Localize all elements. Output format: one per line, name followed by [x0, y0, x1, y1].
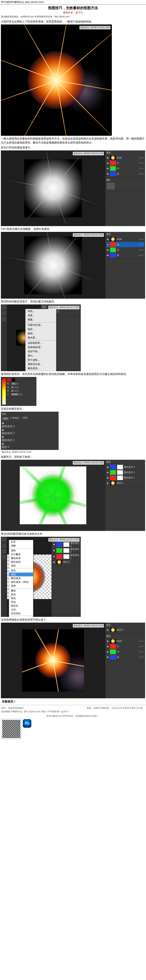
layer-name[interactable]: 图层 0 — [117, 482, 144, 485]
visibility-toggle-icon[interactable]: ◉ — [106, 172, 109, 175]
visibility-toggle-icon[interactable]: ◉ — [53, 549, 55, 552]
blend-mode-item[interactable]: 差值 — [9, 616, 33, 617]
blend-mode-item[interactable]: 深色 — [9, 564, 33, 568]
swatch-red[interactable] — [7, 378, 11, 382]
menu-item[interactable]: 纯色... — [25, 309, 56, 313]
layer-row[interactable]: ◉颜色填充 3 — [2, 422, 58, 428]
layer-row[interactable]: ◉颜色填充 2 — [106, 470, 144, 475]
visibility-toggle-icon[interactable]: ◉ — [106, 645, 109, 648]
blend-mode-item[interactable]: 叠加 — [9, 589, 33, 593]
visibility-toggle-icon[interactable]: ◉ — [2, 442, 58, 445]
color-ramp[interactable] — [2, 378, 6, 405]
layer-name[interactable]: 图层 0 — [53, 310, 80, 313]
visibility-toggle-icon[interactable]: ◉ — [106, 482, 109, 484]
menu-item[interactable]: 曲线... — [25, 331, 56, 336]
layer-row[interactable]: ◉颜色填充 2 — [2, 428, 58, 435]
visibility-toggle-icon[interactable]: ◉ — [106, 640, 109, 643]
channel-row-蓝[interactable]: ◉蓝Ctrl+5 — [106, 253, 144, 258]
menu-item[interactable]: 通道混合器... — [25, 362, 56, 366]
visibility-toggle-icon[interactable]: ◉ — [2, 435, 58, 438]
blend-mode-item[interactable]: 颜色加深 — [9, 556, 33, 560]
layer-name[interactable]: 图层 0 — [63, 560, 80, 564]
swatch-black[interactable] — [12, 378, 15, 382]
layer-name[interactable]: 颜色填充 2 — [124, 471, 144, 474]
channel-row-绿[interactable]: ◉绿Ctrl+4 — [106, 166, 144, 171]
menu-item[interactable]: 图案... — [25, 318, 56, 322]
layer-name[interactable]: 颜色填充 3 — [124, 466, 144, 469]
visibility-toggle-icon[interactable]: ◉ — [106, 466, 109, 468]
new-fill-context-menu[interactable]: 纯色...渐变...图案... 亮度/对比度...色阶...曲线...曝光度..… — [25, 309, 57, 371]
layer-name[interactable]: 颜色填充 1 — [124, 476, 144, 479]
visibility-toggle-icon[interactable]: ◉ — [53, 561, 55, 563]
visibility-toggle-icon[interactable]: ◉ — [53, 543, 55, 546]
blend-mode-item[interactable]: 正片叠底 — [9, 552, 33, 556]
layer-row[interactable]: ◉颜色填充 1 — [106, 475, 144, 480]
properties-tab[interactable]: 属性 — [106, 178, 144, 181]
layer-row[interactable]: ◉颜色填充 3 — [106, 465, 144, 470]
visibility-toggle-icon[interactable]: ◉ — [2, 422, 58, 425]
blend-mode-item[interactable]: 变亮 — [9, 569, 33, 573]
blend-mode-menu[interactable]: 正常溶解变暗正片叠底颜色加深线性加深深色变亮滤色颜色减淡线性减淡（添加）浅色叠加… — [9, 540, 33, 617]
channel-row-RGB[interactable]: ◉RGBCtrl+2 — [106, 155, 144, 161]
input-b[interactable] — [11, 390, 19, 392]
visibility-toggle-icon[interactable]: ◉ — [53, 555, 55, 558]
layer-row[interactable]: ◉图层 0 — [53, 559, 80, 565]
channel-row-蓝[interactable]: ◉蓝Ctrl+5 — [106, 654, 144, 660]
channel-row-RGB[interactable]: ◉RGBCtrl+2 — [106, 638, 144, 644]
visibility-toggle-icon[interactable]: ◉ — [106, 254, 109, 256]
channel-row-绿[interactable]: ◉绿Ctrl+4 — [106, 649, 144, 654]
layer-name[interactable]: 图层 0 — [117, 628, 144, 632]
layer-row[interactable]: ◉颜色填充 3 — [53, 541, 80, 547]
menu-item[interactable]: 照片滤镜... — [25, 358, 56, 362]
layer-row[interactable]: ◉图层 0 — [2, 442, 58, 449]
layer-name[interactable]: 颜色填充 2 — [2, 432, 15, 435]
visibility-toggle-icon[interactable]: ◉ — [106, 476, 109, 479]
layers-tab[interactable]: 图层 — [106, 461, 144, 464]
input-hex[interactable] — [11, 393, 23, 396]
menu-item[interactable]: 曝光度... — [25, 336, 56, 340]
blend-mode-item[interactable]: 柔光 — [9, 593, 33, 597]
blend-mode-item[interactable]: 线性减淡（添加） — [9, 580, 33, 584]
menu-item[interactable]: 黑白... — [25, 353, 56, 358]
blend-mode-item[interactable]: 线性加深 — [9, 560, 33, 564]
channel-row-红[interactable]: ◉红Ctrl+3 — [106, 242, 144, 247]
visibility-toggle-icon[interactable]: ◉ — [106, 156, 109, 159]
channel-row-红[interactable]: ◉红Ctrl+3 — [106, 644, 144, 649]
channel-row-绿[interactable]: ◉绿Ctrl+4 — [106, 247, 144, 253]
blend-mode-item[interactable]: 实色混合 — [9, 611, 33, 615]
visibility-toggle-icon[interactable]: ◉ — [106, 248, 109, 251]
visibility-toggle-icon[interactable]: ◉ — [106, 243, 109, 246]
menu-item[interactable]: 自然饱和度... — [25, 341, 56, 345]
blend-mode-item[interactable]: 滤色 — [9, 573, 33, 576]
visibility-toggle-icon[interactable]: ◉ — [106, 162, 109, 164]
menu-item[interactable]: 色相/饱和度... — [25, 345, 56, 349]
blend-mode-select[interactable]: 滤色 — [2, 417, 9, 421]
visibility-toggle-icon[interactable]: ◉ — [106, 471, 109, 474]
menu-item[interactable]: 渐变... — [25, 313, 56, 318]
layer-row[interactable]: ◉颜色填充 2 — [53, 547, 80, 554]
layer-name[interactable]: 颜色填充 2 — [70, 547, 80, 553]
layer-name[interactable]: 图层 0 — [2, 445, 9, 449]
menu-item[interactable]: 色彩平衡... — [25, 349, 56, 353]
visibility-toggle-icon[interactable]: ◉ — [106, 238, 109, 240]
layer-row[interactable]: ◉颜色填充 1 — [53, 554, 80, 559]
blend-mode-item[interactable]: 强光 — [9, 597, 33, 600]
layer-row[interactable]: ◉颜色填充 1 — [2, 435, 58, 442]
channel-row-RGB[interactable]: ◉RGBCtrl+2 — [106, 237, 144, 242]
input-r[interactable] — [11, 382, 19, 385]
channels-tab[interactable]: 通道 — [106, 635, 144, 638]
layers-tab[interactable]: 图层 — [2, 412, 6, 416]
layer-name[interactable]: 颜色填充 3 — [2, 425, 15, 428]
layer-row[interactable]: ◉图层 0 — [106, 480, 144, 486]
blend-mode-item[interactable]: 浅色 — [9, 584, 33, 588]
menu-item[interactable]: 颜色查找... — [25, 366, 56, 371]
blend-mode-item[interactable]: 线性光 — [9, 604, 33, 608]
layer-name[interactable]: 颜色填充 1 — [2, 439, 15, 442]
menu-item[interactable]: 亮度/对比度... — [25, 323, 56, 327]
blend-mode-item[interactable]: 变暗 — [9, 549, 33, 552]
blend-mode-item[interactable]: 正常 — [9, 540, 33, 544]
blend-mode-item[interactable]: 点光 — [9, 608, 33, 611]
layers-tab[interactable]: 图层 — [106, 624, 144, 627]
input-g[interactable] — [11, 386, 19, 389]
visibility-toggle-icon[interactable]: ◉ — [106, 651, 109, 653]
